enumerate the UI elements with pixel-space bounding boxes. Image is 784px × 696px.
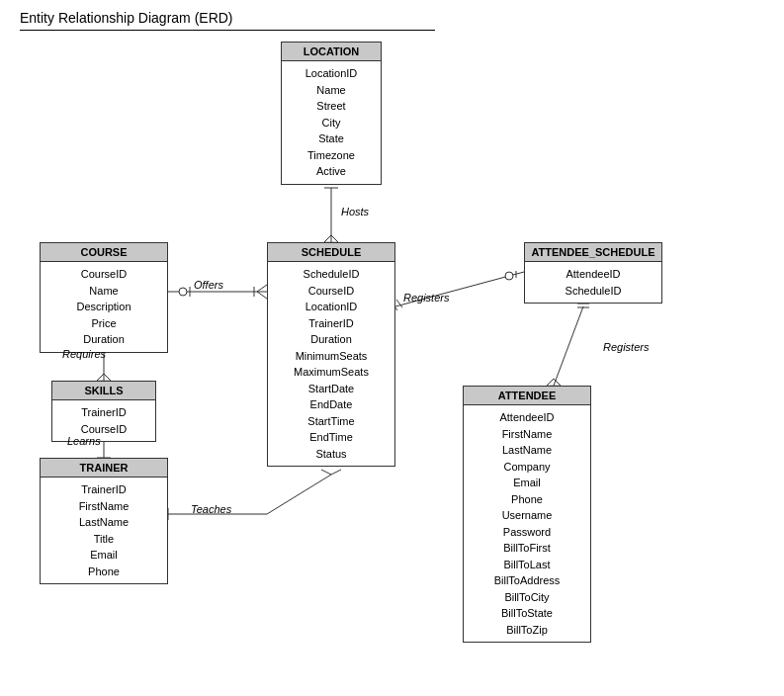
svg-line-35: [396, 300, 402, 307]
entity-schedule-header: SCHEDULE: [268, 243, 394, 262]
svg-line-28: [321, 470, 331, 475]
entity-attendee-schedule-header: ATTENDEE_SCHEDULE: [525, 243, 661, 262]
erd-diagram: Entity Relationship Diagram (ERD): [0, 0, 784, 696]
entity-attendee-schedule: ATTENDEE_SCHEDULE AttendeeID ScheduleID: [524, 242, 662, 304]
svg-line-10: [257, 292, 267, 299]
svg-line-40: [554, 379, 561, 386]
svg-line-36: [554, 306, 583, 386]
svg-line-24: [267, 475, 331, 514]
svg-line-39: [547, 379, 554, 386]
entity-trainer-body: TrainerID FirstName LastName Title Email…: [41, 478, 167, 583]
rel-hosts: Hosts: [341, 206, 369, 218]
rel-teaches: Teaches: [191, 503, 231, 515]
rel-registers-1: Registers: [403, 292, 449, 304]
svg-line-15: [97, 374, 104, 381]
entity-location-header: LOCATION: [282, 43, 381, 61]
entity-trainer: TRAINER TrainerID FirstName LastName Tit…: [40, 458, 168, 584]
entity-trainer-header: TRAINER: [41, 459, 167, 478]
entity-location: LOCATION LocationID Name Street City Sta…: [281, 42, 382, 185]
entity-course-header: COURSE: [41, 243, 167, 262]
svg-line-29: [331, 470, 341, 475]
entity-attendee-body: AttendeeID FirstName LastName Company Em…: [464, 405, 590, 642]
entity-attendee-schedule-body: AttendeeID ScheduleID: [525, 262, 661, 303]
entity-skills: SKILLS TrainerID CourseID: [51, 381, 156, 442]
svg-line-9: [257, 285, 267, 292]
entity-location-body: LocationID Name Street City State Timezo…: [282, 61, 381, 184]
entity-attendee-header: ATTENDEE: [464, 387, 590, 405]
svg-point-32: [505, 272, 513, 280]
svg-line-4: [331, 235, 338, 242]
title-underline: [20, 30, 435, 31]
entity-course-body: CourseID Name Description Price Duration: [41, 262, 167, 352]
rel-registers-2: Registers: [603, 341, 649, 353]
page-title: Entity Relationship Diagram (ERD): [20, 10, 233, 26]
rel-requires: Requires: [62, 348, 106, 360]
duration-field: Duration: [276, 331, 387, 348]
svg-line-16: [104, 374, 111, 381]
entity-skills-header: SKILLS: [52, 382, 155, 400]
entity-attendee: ATTENDEE AttendeeID FirstName LastName C…: [463, 386, 591, 643]
svg-point-7: [179, 288, 187, 296]
entity-course: COURSE CourseID Name Description Price D…: [40, 242, 168, 353]
rel-offers: Offers: [194, 279, 223, 291]
rel-learns: Learns: [67, 435, 101, 447]
svg-line-3: [324, 235, 331, 242]
entity-schedule: SCHEDULE ScheduleID CourseID LocationID …: [267, 242, 395, 467]
entity-schedule-body: ScheduleID CourseID LocationID TrainerID…: [268, 262, 394, 466]
